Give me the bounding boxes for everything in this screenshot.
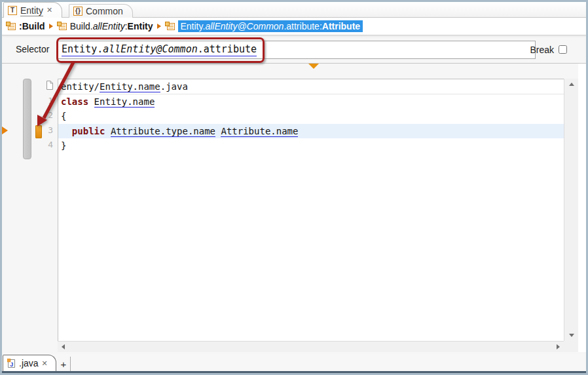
code-line: class Entity.name [58,94,564,109]
arrow-down-icon [569,334,574,337]
selector-label: Selector [16,44,49,54]
tab-entity[interactable]: T Entity ✕ [3,2,62,18]
close-icon[interactable]: ✕ [42,360,48,367]
template-file-icon: T [8,6,17,15]
breadcrumb-selected-text: Entity.allEntity@Common.attribute:Attrib… [178,20,363,32]
break-label: Break [530,45,554,55]
window-bottom-edge [2,371,586,373]
breadcrumb-item-build[interactable]: :Build [6,21,45,31]
arrow-up-icon [569,83,574,86]
template-editor-window: T Entity ✕ {} Common :Build Build.allEnt… [0,0,588,375]
tab-entity-label: Entity [20,5,43,16]
scroll-right-button[interactable] [553,342,564,352]
tab-java-file[interactable]: J .java ✕ [3,355,56,371]
selector-input[interactable]: Entity.allEntity@Common.attribute [58,41,536,59]
template-icon [165,22,175,31]
vertical-scrollbar[interactable] [564,79,578,341]
reference-link[interactable]: Attribute.name [221,126,298,137]
template-icon [57,22,67,31]
scroll-down-button[interactable] [564,330,578,341]
reference-link[interactable]: Entity.name [94,96,155,108]
close-icon[interactable]: ✕ [46,7,52,14]
breadcrumb: :Build Build.allEntity:Entity Entity.all… [2,18,586,35]
orange-line-marker [35,125,42,138]
tab-common-label: Common [86,6,123,16]
code-line: } [58,138,564,153]
java-file-icon: J [7,359,16,368]
selector-row: Selector Entity.allEntity@Common.attribu… [2,35,586,63]
horizontal-scrollbar[interactable] [58,341,564,352]
tab-java-label: .java [19,358,39,368]
tab-common[interactable]: {} Common [69,4,133,18]
vertical-sash[interactable] [23,79,31,159]
code-line: { [58,109,564,124]
file-icon [46,81,53,90]
braces-file-icon: {} [73,7,83,16]
restore-pane-handle-icon[interactable] [2,127,8,134]
scroll-left-button[interactable] [58,342,69,352]
code-line-filename: entity/Entity.name.java [58,79,564,94]
reference-link[interactable]: Attribute.type.name [111,126,215,137]
break-checkbox[interactable] [559,45,567,54]
editor-tab-strip: T Entity ✕ {} Common [2,2,586,18]
scrollbar-corner [564,341,578,352]
scroll-up-button[interactable] [564,79,578,90]
add-tab-button[interactable]: + [57,357,71,371]
breadcrumb-arrow-icon [157,24,161,29]
bottom-tab-bar: J .java ✕ + [2,354,586,371]
breadcrumb-arrow-icon [49,24,53,29]
code-editor[interactable]: entity/Entity.name.java class Entity.nam… [58,79,564,341]
arrow-right-icon [557,344,560,349]
breadcrumb-item-allentity[interactable]: Build.allEntity:Entity [57,21,153,31]
breadcrumb-text: :Build [19,21,45,31]
right-margin [578,64,586,352]
arrow-left-icon [62,344,65,349]
collapse-down-handle-icon[interactable] [308,64,319,69]
template-icon [6,22,16,31]
breadcrumb-text: Build.allEntity:Entity [70,21,153,31]
breadcrumb-item-attribute[interactable]: Entity.allEntity@Common.attribute:Attrib… [165,20,363,32]
reference-link[interactable]: Entity.name [100,81,160,92]
code-line-highlighted: public Attribute.type.name Attribute.nam… [58,124,564,139]
svg-text:J: J [10,361,13,367]
